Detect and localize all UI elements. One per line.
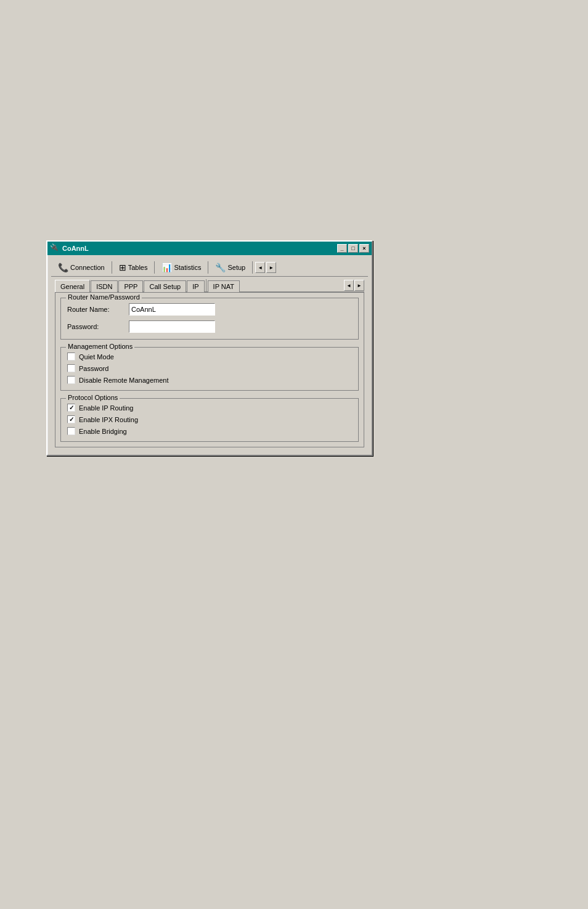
toolbar-tables-label: Tables: [128, 264, 148, 271]
title-bar-buttons: _ □ ×: [337, 244, 369, 253]
tab-ipnat[interactable]: IP NAT: [208, 280, 240, 292]
management-group-label: Management Options: [66, 343, 134, 350]
quiet-mode-label[interactable]: Quiet Mode: [79, 353, 114, 361]
enable-ipx-routing-row: Enable IPX Routing: [67, 415, 352, 423]
router-name-group-label: Router Name/Password: [66, 293, 142, 301]
enable-bridging-checkbox[interactable]: [67, 427, 75, 435]
toolbar-sep-4: [252, 261, 253, 274]
router-name-input[interactable]: [129, 303, 215, 316]
window-title: CoAnnL: [62, 245, 89, 252]
protocol-group-label: Protocol Options: [66, 394, 120, 401]
window-icon: 🔌: [50, 243, 60, 253]
toolbar: 📞 Connection ⊞ Tables 📊 Statistics 🔧 Set…: [51, 259, 368, 277]
tab-nav-left[interactable]: ◄: [344, 280, 354, 291]
tables-icon: ⊞: [119, 263, 126, 272]
disable-remote-row: Disable Remote Management: [67, 376, 352, 384]
tab-sep: [206, 279, 206, 291]
management-options-group: Management Options Quiet Mode Password D…: [60, 347, 359, 391]
password-mgmt-row: Password: [67, 364, 352, 372]
disable-remote-label[interactable]: Disable Remote Management: [79, 377, 169, 384]
title-bar: 🔌 CoAnnL _ □ ×: [47, 242, 372, 255]
toolbar-nav-left[interactable]: ◄: [255, 262, 265, 273]
enable-ip-routing-label[interactable]: Enable IP Routing: [79, 404, 133, 412]
toolbar-sep-3: [208, 261, 208, 274]
password-row: Password:: [67, 320, 352, 333]
router-name-label: Router Name:: [67, 306, 129, 313]
toolbar-connection-label: Connection: [70, 264, 105, 271]
toolbar-nav-right[interactable]: ►: [266, 262, 276, 273]
toolbar-setup-label: Setup: [227, 264, 245, 271]
password-mgmt-label[interactable]: Password: [79, 365, 108, 372]
connection-icon: 📞: [58, 263, 68, 272]
enable-ip-routing-row: Enable IP Routing: [67, 404, 352, 412]
router-name-row: Router Name:: [67, 303, 352, 316]
password-label: Password:: [67, 323, 129, 330]
quiet-mode-checkbox[interactable]: [67, 353, 75, 361]
window-content: 📞 Connection ⊞ Tables 📊 Statistics 🔧 Set…: [47, 255, 372, 455]
toolbar-sep-2: [154, 261, 155, 274]
tab-general[interactable]: General: [55, 280, 90, 292]
router-name-password-group: Router Name/Password Router Name: Passwo…: [60, 298, 359, 340]
enable-ip-routing-checkbox[interactable]: [67, 404, 75, 412]
maximize-button[interactable]: □: [348, 244, 358, 253]
toolbar-connection[interactable]: 📞 Connection: [54, 261, 109, 274]
enable-ipx-routing-label[interactable]: Enable IPX Routing: [79, 416, 138, 423]
toolbar-statistics-label: Statistics: [174, 264, 201, 271]
statistics-icon: 📊: [161, 263, 172, 272]
close-button[interactable]: ×: [359, 244, 369, 253]
tab-ip[interactable]: IP: [187, 280, 204, 292]
main-panel: Router Name/Password Router Name: Passwo…: [55, 291, 364, 447]
title-bar-left: 🔌 CoAnnL: [50, 243, 89, 253]
minimize-button[interactable]: _: [337, 244, 347, 253]
tab-callsetup[interactable]: Call Setup: [144, 280, 186, 292]
main-window: 🔌 CoAnnL _ □ × 📞 Connection ⊞ Tables 📊 S…: [46, 240, 373, 456]
tab-nav: ◄ ►: [344, 280, 364, 291]
toolbar-sep-1: [112, 261, 112, 274]
enable-bridging-row: Enable Bridging: [67, 427, 352, 435]
tab-nav-right[interactable]: ►: [354, 280, 364, 291]
enable-bridging-label[interactable]: Enable Bridging: [79, 428, 127, 435]
setup-icon: 🔧: [215, 263, 226, 272]
toolbar-tables[interactable]: ⊞ Tables: [115, 261, 152, 274]
enable-ipx-routing-checkbox[interactable]: [67, 415, 75, 423]
tab-ppp[interactable]: PPP: [118, 280, 143, 292]
toolbar-statistics[interactable]: 📊 Statistics: [157, 261, 205, 274]
toolbar-setup[interactable]: 🔧 Setup: [211, 261, 250, 274]
quiet-mode-row: Quiet Mode: [67, 353, 352, 361]
tab-bar: General ISDN PPP Call Setup IP IP NAT ◄ …: [51, 277, 368, 291]
tab-isdn[interactable]: ISDN: [91, 280, 118, 292]
password-input[interactable]: [129, 320, 215, 333]
disable-remote-checkbox[interactable]: [67, 376, 75, 384]
protocol-options-group: Protocol Options Enable IP Routing Enabl…: [60, 398, 359, 442]
password-mgmt-checkbox[interactable]: [67, 364, 75, 372]
